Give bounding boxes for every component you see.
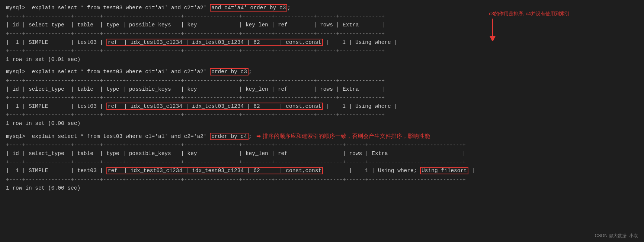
data-row-3: | 1 | SIMPLE | test03 | ref | idx_test03… xyxy=(6,167,638,175)
divider2-2: +----+--------------+--------+------+---… xyxy=(6,94,638,102)
divider3-2: +----+--------------+--------+------+---… xyxy=(6,111,638,119)
divider2-3: +----+--------------+--------+------+---… xyxy=(6,158,638,167)
annotation-block1: c3的作用是排序, c4并没有使用到索引 xyxy=(489,10,570,41)
sql-line-3: mysql> explain select * from test03 wher… xyxy=(6,132,638,141)
sql-suffix-2: ; xyxy=(249,69,252,75)
arrow-svg-1 xyxy=(489,19,519,41)
block3: mysql> explain select * from test03 wher… xyxy=(6,132,638,193)
terminal: mysql> explain select * from test03 wher… xyxy=(0,0,644,242)
header-2: | id | select_type | table | type | poss… xyxy=(6,85,638,94)
watermark: CSDN @大数据_小袁 xyxy=(595,233,638,239)
prompt-3: mysql> explain select * from test03 wher… xyxy=(6,133,210,139)
sql-highlight-2: order by c3 xyxy=(210,68,249,75)
block2: mysql> explain select * from test03 wher… xyxy=(6,68,638,128)
sql-highlight-1: and c4='a4' order by c3 xyxy=(210,4,287,12)
divider1-3: +----+--------------+--------+------+---… xyxy=(6,141,638,149)
cell-highlight-1: ref | idx_test03_c1234 | idx_test03_c123… xyxy=(106,39,323,46)
data-row-2: | 1 | SIMPLE | test03 | ref | idx_test03… xyxy=(6,102,638,111)
divider1-2: +----+--------------+--------+------+---… xyxy=(6,77,638,85)
sql-highlight-3: order by c4 xyxy=(210,133,249,140)
sql-suffix-1: ; xyxy=(287,5,291,11)
row-count-1: 1 row in set (0.01 sec) xyxy=(6,55,638,64)
header-3: | id | select_type | table | type | poss… xyxy=(6,149,638,158)
prompt-2: mysql> explain select * from test03 wher… xyxy=(6,69,210,75)
divider3-3: +----+--------------+--------+------+---… xyxy=(6,175,638,184)
annotation-arrow-inline: ➡ 排序的顺序应和建索引的顺序一致，否则会产生文件排序，影响性能 xyxy=(256,133,430,139)
filesort-highlight: Using filesort xyxy=(420,167,468,174)
cell-highlight-3: ref | idx_test03_c1234 | idx_test03_c123… xyxy=(106,167,323,174)
row-count-2: 1 row in set (0.00 sec) xyxy=(6,119,638,128)
cell-highlight-2: ref | idx_test03_c1234 | idx_test03_c123… xyxy=(106,103,323,110)
row-count-3: 1 row in set (0.00 sec) xyxy=(6,184,638,193)
annotation-text-1: c3的作用是排序, c4并没有使用到索引 xyxy=(489,10,570,17)
prompt-1: mysql> explain select * from test03 wher… xyxy=(6,5,210,11)
sql-suffix-3: ; xyxy=(249,133,252,139)
sql-line-2: mysql> explain select * from test03 wher… xyxy=(6,68,638,76)
divider3-1: +----+--------------+--------+------+---… xyxy=(6,47,638,55)
